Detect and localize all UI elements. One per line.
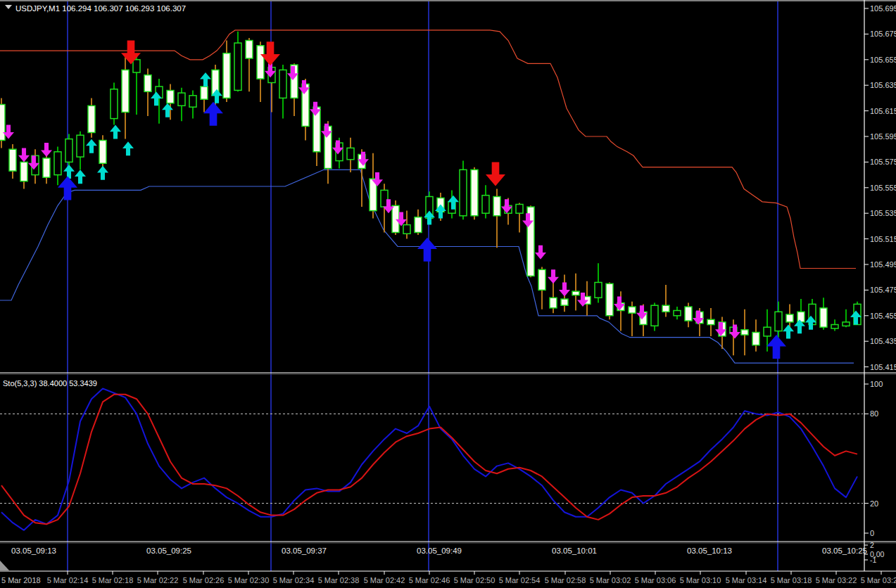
candle-body xyxy=(493,197,500,216)
candle-body xyxy=(482,196,489,214)
session-time-label: 03.05_09:37 xyxy=(282,547,327,555)
candle-body xyxy=(764,327,771,336)
candle-body xyxy=(347,148,354,159)
time-axis-date-label: 5 Mar 2018 xyxy=(1,576,41,584)
candle-body xyxy=(54,152,61,175)
chart-background xyxy=(0,0,896,588)
price-axis-label: 105.535 xyxy=(870,209,896,217)
price-axis-label: 105.615 xyxy=(870,107,896,115)
candle-body xyxy=(223,53,230,98)
price-axis-label: 105.695 xyxy=(870,4,896,13)
candle-body xyxy=(707,319,714,324)
time-axis-label: 5 Mar 02:34 xyxy=(273,576,315,584)
candle-body xyxy=(415,217,422,233)
candle-body xyxy=(741,330,748,335)
price-axis-label: 105.515 xyxy=(870,235,896,243)
price-axis-label: 105.455 xyxy=(870,312,896,320)
mt4-chart-window: 105.695105.675105.655105.635105.615105.5… xyxy=(0,0,896,588)
stochastic-label: Sto(5,3,3) 38.4000 53.3439 xyxy=(3,379,97,388)
time-axis-label: 5 Mar 02:46 xyxy=(409,576,450,584)
chart-title: USDJPY,M1 106.294 106.307 106.293 106.30… xyxy=(15,4,186,13)
candle-body xyxy=(752,333,759,345)
candle-body xyxy=(775,312,782,331)
candle-body xyxy=(606,283,613,316)
candle-body xyxy=(246,41,253,59)
session-time-label: 03.05_09:13 xyxy=(11,547,56,555)
candlestick xyxy=(471,167,478,220)
time-axis-label: 5 Mar 02:42 xyxy=(364,576,405,584)
candle-body xyxy=(471,170,478,215)
candle-body xyxy=(111,89,118,119)
candle-body xyxy=(77,135,84,157)
time-axis-label: 5 Mar 02:54 xyxy=(499,576,541,584)
price-axis-label: 105.475 xyxy=(870,286,896,294)
candle-body xyxy=(572,291,579,295)
candle-body xyxy=(550,298,557,308)
candle-body xyxy=(651,305,658,326)
candle-body xyxy=(685,307,692,321)
time-axis-label: 5 Mar 03:02 xyxy=(590,576,631,584)
price-axis-label: 105.435 xyxy=(870,337,896,345)
time-axis-label: 5 Mar 02:14 xyxy=(47,576,89,584)
candle-body xyxy=(392,205,399,232)
time-axis-label: 5 Mar 02:50 xyxy=(454,576,496,584)
candle-body xyxy=(820,308,827,327)
time-axis-label: 5 Mar 02:58 xyxy=(545,576,586,584)
price-axis-label: 105.575 xyxy=(870,158,896,166)
session-time-label: 03.05_10:01 xyxy=(552,547,597,555)
session-time-label: 03.05_10:13 xyxy=(687,547,732,555)
candle-body xyxy=(178,93,185,106)
candle-body xyxy=(516,205,523,214)
price-axis-label: 105.495 xyxy=(870,260,896,269)
candle-body xyxy=(99,141,106,164)
time-axis-label: 5 Mar 03:22 xyxy=(816,576,857,584)
candle-body xyxy=(538,269,545,290)
candle-body xyxy=(234,43,241,90)
candle-body xyxy=(843,322,850,326)
candle-body xyxy=(167,91,174,103)
candle-body xyxy=(797,312,804,322)
candle-body xyxy=(629,307,636,313)
price-axis-label: 105.675 xyxy=(870,30,896,38)
candle-body xyxy=(595,283,602,298)
stochastic-axis-label: 80 xyxy=(870,409,878,418)
time-axis-label: 5 Mar 03:14 xyxy=(726,576,767,584)
candle-body xyxy=(0,105,5,141)
time-axis-label: 5 Mar 02:26 xyxy=(183,576,225,584)
candle-body xyxy=(189,96,196,107)
time-axis-label: 5 Mar 03:06 xyxy=(635,576,676,584)
candle-body xyxy=(662,305,669,312)
session-time-label: 03.05_09:49 xyxy=(417,547,462,555)
subpanel-axis-label: -1 xyxy=(870,556,876,564)
candle-body xyxy=(144,75,151,92)
candlestick xyxy=(460,161,467,220)
session-time-label: 03.05_09:25 xyxy=(146,547,191,555)
candle-body xyxy=(133,60,140,72)
subpanel-axis-label: 2 xyxy=(870,541,874,549)
stochastic-axis-label: 20 xyxy=(870,499,878,508)
time-axis-label: 5 Mar 02:30 xyxy=(228,576,270,584)
time-axis-label: 5 Mar 02:22 xyxy=(137,576,179,584)
candle-body xyxy=(786,314,793,322)
candle-body xyxy=(460,170,467,215)
time-axis-label: 5 Mar 03:26 xyxy=(861,576,896,584)
candlestick xyxy=(392,200,399,235)
time-axis-label: 5 Mar 03:10 xyxy=(680,576,721,584)
trading-chart-canvas[interactable]: 105.695105.675105.655105.635105.615105.5… xyxy=(0,0,896,588)
candlestick xyxy=(0,98,5,148)
candle-body xyxy=(65,139,72,162)
candle-body xyxy=(561,299,568,305)
price-axis-label: 105.555 xyxy=(870,184,896,192)
candle-body xyxy=(279,70,286,98)
candle-body xyxy=(674,311,681,316)
candlestick xyxy=(111,83,118,125)
candle-body xyxy=(43,158,50,177)
price-axis-label: 105.655 xyxy=(870,56,896,64)
stochastic-axis-label: 100 xyxy=(870,380,883,388)
stochastic-axis-label: 0 xyxy=(870,529,874,537)
candle-body xyxy=(88,106,95,132)
candle-body xyxy=(831,325,838,329)
candle-body xyxy=(122,70,129,112)
candlestick xyxy=(606,283,613,320)
candle-body xyxy=(9,149,16,171)
